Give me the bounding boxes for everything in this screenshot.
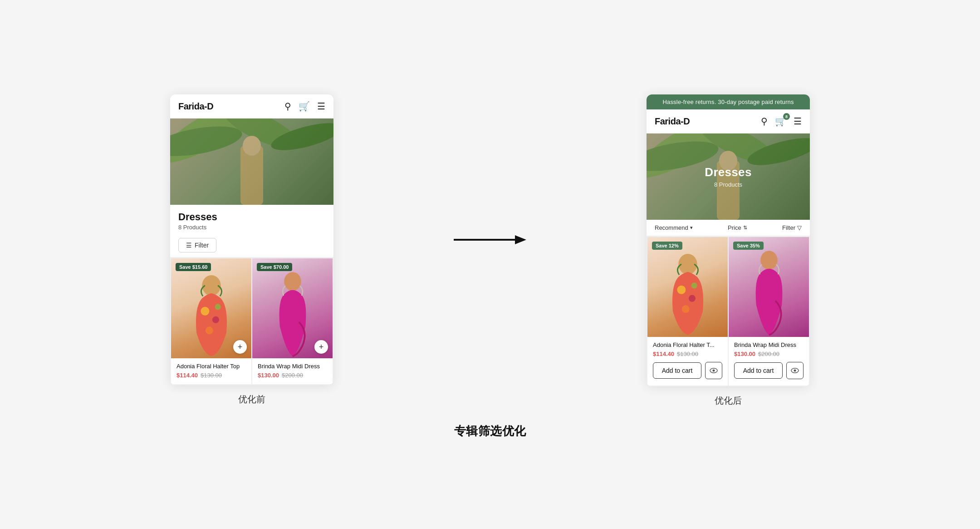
- recommend-label: Recommend: [655, 224, 688, 231]
- before-price-sale-2: $130.00: [258, 372, 279, 379]
- arrow-section: [422, 94, 558, 249]
- after-save-badge-2: Save 35%: [733, 242, 764, 250]
- after-price-sale-2: $130.00: [734, 351, 755, 357]
- after-price-button[interactable]: Price ⇅: [728, 224, 747, 231]
- after-section: Hassle-free returns. 30-day postage paid…: [558, 94, 898, 407]
- before-product-grid: Save $15.60 +: [170, 257, 333, 385]
- before-price-original-2: $200.00: [282, 372, 303, 379]
- before-product-info-2: Brinda Wrap Midi Dress $130.00 $200.00: [252, 358, 333, 384]
- before-label: 优化前: [238, 393, 265, 405]
- before-section-count: 8 Products: [178, 224, 325, 231]
- filter-after-icon: ▽: [797, 224, 802, 231]
- before-menu-icon[interactable]: ☰: [317, 101, 325, 112]
- svg-point-5: [243, 136, 261, 156]
- before-product-card-2: Save $70.00 + Brinda Wrap Midi: [252, 258, 333, 384]
- after-nav-icons: ⚲ 🛒 8 ☰: [761, 116, 802, 127]
- after-eye-btn-2[interactable]: [786, 362, 804, 379]
- before-price-sale-1: $114.40: [176, 372, 198, 379]
- svg-point-27: [760, 251, 778, 269]
- before-product-card-1: Save $15.60 +: [171, 258, 251, 384]
- before-save-badge-2: Save $70.00: [257, 263, 292, 271]
- bottom-title: 专辑筛选优化: [454, 423, 526, 439]
- after-product-card-1: Save 12%: [647, 237, 728, 386]
- after-hero-text: Dresses 8 Products: [705, 165, 751, 188]
- before-section-title: Dresses: [178, 211, 325, 223]
- price-sort-icon: ⇅: [743, 225, 747, 231]
- before-phone-frame: Farida-D ⚲ 🛒 ☰: [170, 94, 333, 385]
- after-product-grid: Save 12%: [647, 236, 810, 386]
- after-eye-btn-1[interactable]: [705, 362, 722, 379]
- after-price-row-2: $130.00 $200.00: [734, 351, 804, 357]
- filter-after-label: Filter: [782, 224, 795, 231]
- after-add-to-cart-row-1: Add to cart: [653, 362, 722, 379]
- svg-point-24: [691, 282, 697, 288]
- after-phone-frame: Hassle-free returns. 30-day postage paid…: [647, 94, 810, 386]
- price-label: Price: [728, 224, 741, 231]
- before-product-name-2: Brinda Wrap Midi Dress: [258, 363, 327, 370]
- after-add-to-cart-btn-2[interactable]: Add to cart: [734, 362, 783, 379]
- before-add-btn-1[interactable]: +: [233, 340, 247, 354]
- before-product-name-1: Adonia Floral Halter Top: [176, 363, 246, 370]
- after-product-img-1: Save 12%: [647, 237, 728, 337]
- after-navbar: Farida-D ⚲ 🛒 8 ☰: [647, 109, 810, 133]
- eye-icon-2: [791, 368, 799, 373]
- after-search-icon[interactable]: ⚲: [761, 116, 768, 127]
- before-search-icon[interactable]: ⚲: [284, 101, 291, 112]
- after-price-sale-1: $114.40: [653, 351, 674, 357]
- after-label: 优化后: [715, 395, 742, 407]
- after-recommend-button[interactable]: Recommend ▾: [655, 224, 693, 231]
- main-container: Farida-D ⚲ 🛒 ☰: [0, 76, 980, 453]
- recommend-chevron-icon: ▾: [690, 225, 693, 231]
- arrow-icon: [449, 231, 531, 249]
- before-filter-button[interactable]: ☰ Filter: [178, 238, 216, 252]
- after-product-img-2: Save 35%: [729, 237, 809, 337]
- svg-point-8: [212, 316, 219, 323]
- before-section: Farida-D ⚲ 🛒 ☰: [82, 94, 422, 405]
- after-product-name-2: Brinda Wrap Midi Dress: [734, 341, 804, 348]
- after-cart-badge: 8: [783, 113, 790, 120]
- before-price-row-1: $114.40 $130.00: [176, 372, 246, 379]
- after-hero-image: Dresses 8 Products: [647, 133, 810, 220]
- after-product-name-1: Adonia Floral Halter T...: [653, 341, 722, 348]
- after-filter-bar: Recommend ▾ Price ⇅ Filter ▽: [647, 220, 810, 236]
- svg-point-26: [713, 370, 715, 372]
- after-price-row-1: $114.40 $130.00: [653, 351, 722, 357]
- after-hero-subtitle: 8 Products: [705, 181, 751, 188]
- before-product-img-2: Save $70.00 +: [252, 258, 333, 358]
- comparison-row: Farida-D ⚲ 🛒 ☰: [0, 94, 980, 407]
- before-filter-label: Filter: [195, 242, 209, 249]
- before-price-row-2: $130.00 $200.00: [258, 372, 327, 379]
- before-product-img-1: Save $15.60 +: [171, 258, 251, 358]
- after-menu-icon[interactable]: ☰: [794, 116, 802, 127]
- before-section-info: Dresses 8 Products: [170, 205, 333, 233]
- before-brand: Farida-D: [178, 101, 213, 112]
- after-cart-icon[interactable]: 🛒 8: [775, 116, 786, 127]
- after-save-badge-1: Save 12%: [652, 242, 682, 250]
- before-cart-icon[interactable]: 🛒: [299, 101, 310, 112]
- after-announcement-bar: Hassle-free returns. 30-day postage paid…: [647, 94, 810, 109]
- after-filter-button[interactable]: Filter ▽: [782, 224, 802, 231]
- before-nav-icons: ⚲ 🛒 ☰: [284, 101, 325, 112]
- svg-point-10: [215, 304, 220, 310]
- svg-point-22: [688, 295, 695, 302]
- svg-point-7: [201, 307, 209, 316]
- before-save-badge-1: Save $15.60: [176, 263, 211, 271]
- after-price-original-2: $200.00: [758, 351, 779, 357]
- before-hero-image: [170, 119, 333, 205]
- after-product-card-2: Save 35% Brinda Wrap Midi Dress: [729, 237, 809, 386]
- before-add-btn-2[interactable]: +: [314, 340, 328, 354]
- filter-icon: ☰: [186, 242, 192, 249]
- svg-marker-13: [515, 235, 526, 244]
- after-product-info-1: Adonia Floral Halter T... $114.40 $130.0…: [647, 337, 728, 386]
- after-hero-title: Dresses: [705, 165, 751, 179]
- after-brand: Farida-D: [655, 116, 690, 127]
- svg-point-23: [681, 305, 689, 313]
- svg-point-29: [794, 370, 796, 372]
- eye-icon-1: [710, 368, 718, 373]
- svg-point-21: [677, 286, 686, 294]
- after-price-original-1: $130.00: [677, 351, 698, 357]
- after-add-to-cart-btn-1[interactable]: Add to cart: [653, 362, 701, 379]
- svg-point-9: [205, 326, 213, 334]
- after-add-to-cart-row-2: Add to cart: [734, 362, 804, 379]
- before-product-info-1: Adonia Floral Halter Top $114.40 $130.00: [171, 358, 251, 384]
